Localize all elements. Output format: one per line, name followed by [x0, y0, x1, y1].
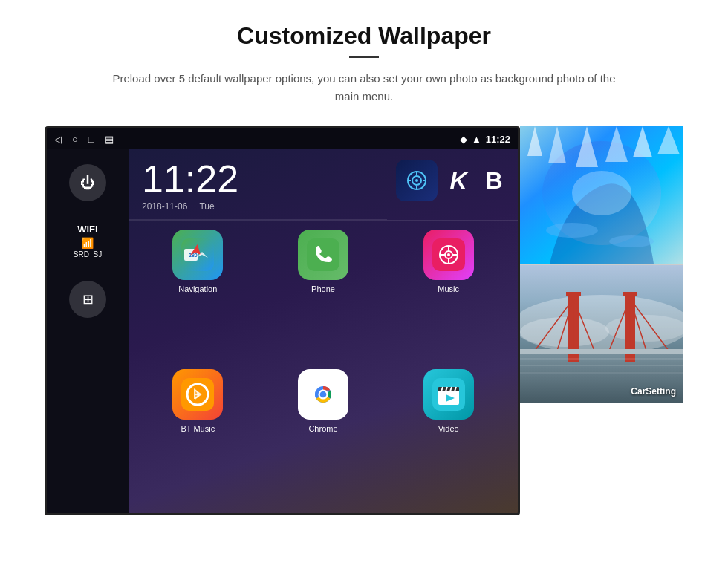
signal-svg	[405, 169, 429, 192]
app-chrome[interactable]: Chrome	[263, 369, 384, 504]
grid-button[interactable]: ⊞	[69, 281, 106, 318]
b-app-icon[interactable]: B	[479, 160, 509, 201]
app-phone[interactable]: Phone	[263, 230, 384, 365]
status-bar: ◁ ○ □ ▤ ◆ ▲ 11:22	[47, 128, 518, 149]
video-label: Video	[438, 424, 459, 433]
svg-point-2	[415, 179, 418, 182]
chrome-svg	[305, 377, 341, 412]
grid-icon: ⊞	[82, 291, 94, 307]
phone-label: Phone	[311, 284, 335, 293]
center-content: 11:22 2018-11-06 Tue	[129, 149, 518, 513]
phone-svg	[307, 238, 339, 271]
app-grid: 280 Navigation	[129, 221, 518, 513]
svg-point-44	[520, 317, 609, 347]
clock-date-value: 2018-11-06	[142, 201, 187, 212]
android-screen: ◁ ○ □ ▤ ◆ ▲ 11:22 ⏻ WiFi 📶 SRD_SJ	[45, 126, 520, 515]
wifi-ssid: SRD_SJ	[74, 250, 102, 258]
svg-point-28	[320, 391, 327, 398]
wallpaper-thumbnails: CarSetting	[520, 126, 683, 403]
btmusic-label: BT Music	[181, 424, 215, 433]
wifi-status-icon: ▲	[472, 134, 481, 145]
power-icon: ⏻	[80, 175, 95, 192]
k-letter: K	[449, 167, 467, 195]
chrome-icon	[298, 369, 348, 420]
video-icon	[423, 369, 474, 420]
power-button[interactable]: ⏻	[69, 164, 106, 201]
bridge-svg	[520, 265, 683, 403]
app-music[interactable]: Music	[388, 230, 509, 365]
svg-point-41	[572, 171, 631, 215]
svg-rect-57	[520, 349, 683, 354]
phone-icon	[298, 230, 348, 280]
home-icon[interactable]: ○	[72, 134, 78, 145]
clock-time: 11:22	[142, 160, 374, 198]
btmusic-svg: ♪	[181, 378, 214, 411]
carsetting-label: CarSetting	[631, 386, 676, 397]
navigation-label: Navigation	[178, 284, 217, 293]
clock-area: 11:22 2018-11-06 Tue	[129, 149, 387, 220]
left-sidebar: ⏻ WiFi 📶 SRD_SJ ⊞	[47, 149, 129, 513]
status-left: ◁ ○ □ ▤	[54, 134, 114, 145]
svg-rect-60	[520, 358, 683, 360]
location-icon: ◆	[460, 134, 467, 145]
wifi-bars-icon: 📶	[74, 237, 102, 249]
page-description: Preload over 5 default wallpaper options…	[111, 70, 617, 105]
svg-rect-59	[623, 292, 637, 296]
title-divider	[349, 56, 379, 58]
k-app-icon[interactable]: K	[443, 160, 473, 201]
clock-date: 2018-11-06 Tue	[142, 201, 374, 212]
clock-day-value: Tue	[199, 201, 214, 212]
app-btmusic[interactable]: ♪ BT Music	[137, 369, 259, 504]
wifi-block: WiFi 📶 SRD_SJ	[74, 224, 102, 258]
b-letter: B	[485, 167, 502, 195]
ice-cave-svg	[520, 126, 683, 264]
svg-rect-58	[566, 292, 581, 296]
music-label: Music	[438, 284, 459, 293]
device-wrapper: ◁ ○ □ ▤ ◆ ▲ 11:22 ⏻ WiFi 📶 SRD_SJ	[45, 126, 683, 515]
video-svg	[432, 378, 465, 411]
back-icon[interactable]: ◁	[54, 134, 62, 145]
navigation-icon: 280	[172, 230, 223, 280]
wallpaper-thumb-2[interactable]: CarSetting	[520, 265, 683, 403]
page-title: Customized Wallpaper	[237, 22, 491, 50]
svg-point-40	[609, 235, 654, 247]
wallpaper-thumb-1[interactable]	[520, 126, 683, 264]
svg-point-15	[447, 253, 450, 256]
status-right: ◆ ▲ 11:22	[460, 134, 510, 145]
svg-point-39	[546, 223, 598, 238]
recent-icon[interactable]: □	[88, 134, 94, 145]
status-time: 11:22	[486, 134, 510, 145]
btmusic-icon: ♪	[172, 369, 223, 420]
app-navigation[interactable]: 280 Navigation	[137, 230, 259, 365]
screenshot-icon[interactable]: ▤	[105, 134, 114, 145]
svg-rect-11	[307, 238, 339, 271]
wifi-label: WiFi	[74, 224, 102, 235]
top-app-strip: K B	[387, 149, 518, 209]
chrome-label: Chrome	[308, 424, 337, 433]
music-svg	[432, 238, 465, 271]
music-icon	[423, 230, 474, 280]
maps-svg: 280	[181, 238, 214, 271]
app-video[interactable]: Video	[388, 369, 509, 504]
signal-app-icon[interactable]	[396, 160, 438, 201]
